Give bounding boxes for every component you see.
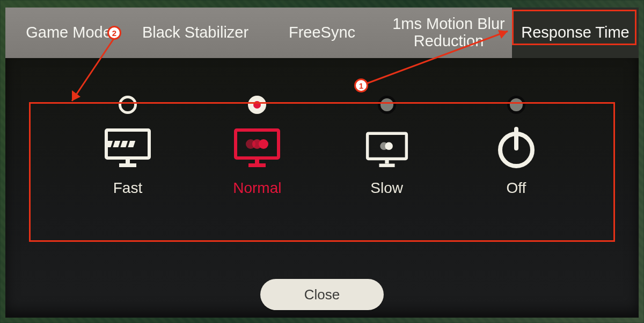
svg-rect-2 — [119, 163, 136, 167]
tab-game-mode[interactable]: Game Mode — [5, 8, 132, 58]
power-icon — [495, 124, 537, 170]
tab-label: FreeSync — [289, 24, 355, 41]
radio-icon — [119, 96, 137, 114]
svg-rect-8 — [255, 158, 259, 163]
option-label: Off — [507, 180, 526, 197]
svg-rect-5 — [120, 141, 128, 147]
option-fast[interactable]: Fast — [74, 96, 181, 197]
svg-rect-15 — [379, 164, 394, 167]
osd-panel: Game Mode Black Stabilizer FreeSync 1ms … — [5, 8, 639, 318]
radio-icon — [378, 96, 396, 114]
option-off[interactable]: Off — [463, 96, 570, 197]
tab-motion-blur-reduction[interactable]: 1ms Motion Blur Reduction — [385, 8, 512, 58]
option-normal[interactable]: Normal — [203, 96, 311, 197]
tab-label: Game Mode — [26, 24, 112, 41]
svg-point-17 — [385, 142, 393, 150]
option-slow[interactable]: Slow — [333, 96, 441, 197]
radio-icon — [248, 96, 266, 114]
svg-point-12 — [259, 139, 268, 149]
tab-label: 1ms Motion Blur Reduction — [390, 16, 508, 50]
close-label: Close — [304, 286, 340, 303]
option-label: Slow — [370, 180, 403, 197]
svg-rect-1 — [126, 158, 130, 163]
options-area: Fast — [5, 58, 639, 318]
svg-rect-9 — [248, 163, 266, 167]
tab-bar: Game Mode Black Stabilizer FreeSync 1ms … — [5, 8, 639, 58]
tab-label: Response Time — [521, 24, 630, 41]
tab-response-time[interactable]: Response Time — [512, 8, 639, 58]
monitor-slow-icon — [365, 124, 408, 170]
option-label: Fast — [113, 180, 142, 197]
tab-label: Black Stabilizer — [142, 24, 248, 41]
radio-dot — [253, 101, 261, 109]
svg-rect-14 — [385, 159, 389, 163]
tab-black-stabilizer[interactable]: Black Stabilizer — [132, 8, 259, 58]
monitor-normal-icon — [233, 124, 281, 170]
svg-rect-4 — [113, 141, 120, 147]
tab-freesync[interactable]: FreeSync — [259, 8, 385, 58]
close-button[interactable]: Close — [260, 279, 384, 310]
options-row: Fast — [38, 89, 606, 234]
svg-rect-0 — [106, 130, 149, 158]
monitor-fast-icon — [104, 124, 151, 170]
option-label: Normal — [233, 180, 281, 197]
radio-icon — [507, 96, 525, 114]
svg-rect-6 — [128, 141, 135, 147]
